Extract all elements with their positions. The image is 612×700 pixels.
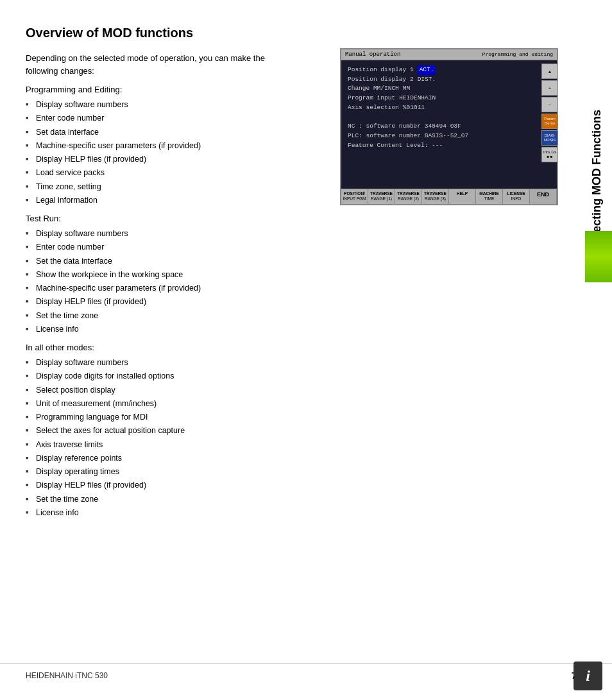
screen-info-line-0: NC : software number 340494 03F [348, 122, 550, 132]
screen-line-label-1: Position display 2 [348, 75, 414, 85]
list-item-0-6: Time zone, setting [26, 180, 346, 194]
footer: HEIDENHAIN iTNC 530 707 [0, 663, 612, 681]
list-item-0-5: Load service packs [26, 166, 346, 180]
screen-line-0: Position display 1ACT. [348, 65, 550, 75]
list-item-1-1: Enter code number [26, 241, 346, 254]
screen-info-line-1: PLC: software number BASIS--52_07 [348, 132, 550, 141]
list-item-1-6: Set the time zone [26, 309, 346, 323]
list-item-2-7: Display reference points [26, 452, 346, 465]
list-item-0-0: Display software numbers [26, 98, 346, 112]
section-heading-2: In all other modes: [26, 343, 346, 352]
bottom-btn-1[interactable]: TRAVERSERANGE (1) [368, 189, 395, 204]
rsb-arrow-up[interactable]: ▲ [541, 64, 558, 79]
screen-line-1: Position display 2DIST. [348, 75, 550, 85]
screen-body: Position display 1ACT.Position display 2… [341, 60, 557, 189]
intro-paragraph: Depending on the selected mode of operat… [26, 52, 346, 77]
bottom-buttons-row: POSITION/INPUT PGMTRAVERSERANGE (1)TRAVE… [341, 189, 557, 204]
tnc-screen: Manual operation Programming and editing… [340, 48, 558, 205]
bottom-btn-2[interactable]: TRAVERSERANGE (2) [395, 189, 422, 204]
list-item-2-10: Set the time zone [26, 493, 346, 506]
screen-line-label-2: Change MM/INCH [348, 84, 399, 94]
rsb-minus[interactable]: − [541, 97, 558, 112]
list-item-1-2: Set the data interface [26, 255, 346, 268]
bullet-list-2: Display software numbersDisplay code dig… [26, 356, 346, 520]
screen-line-label-4: Axis selection [348, 103, 399, 113]
screen-line-label-3: Program input [348, 94, 395, 103]
screen-line-4: Axis selection %01011 [348, 103, 550, 113]
list-item-0-3: Machine-specific user parameters (if pro… [26, 139, 346, 153]
list-item-2-6: Axis traverse limits [26, 438, 346, 452]
bullet-list-1: Display software numbersEnter code numbe… [26, 227, 346, 336]
list-item-1-4: Machine-specific user parameters (if pro… [26, 282, 346, 295]
info-icon: i [586, 667, 590, 685]
main-content: Overview of MOD functions Depending on t… [26, 26, 346, 526]
screen-lines: Position display 1ACT.Position display 2… [348, 65, 550, 113]
screen-line-value-3: HEIDENHAIN [399, 94, 436, 103]
list-item-2-0: Display software numbers [26, 356, 346, 370]
screen-line-value-0: ACT. [418, 65, 436, 75]
screen-header-left: Manual operation [345, 51, 400, 58]
rsb-plus[interactable]: + [541, 80, 558, 96]
screen-header-right: Programming and editing [482, 51, 553, 58]
screen-line-value-1: DIST. [418, 75, 436, 85]
bottom-btn-6[interactable]: LICENSEINFO [503, 189, 530, 204]
list-item-2-11: License info [26, 506, 346, 520]
list-item-1-5: Display HELP files (if provided) [26, 295, 346, 309]
green-tab [585, 231, 612, 282]
right-side-buttons: ▲ + − ParamDemo DIAG-NOSIS Info 1/3■ ■ [541, 64, 558, 162]
bullet-list-0: Display software numbersEnter code numbe… [26, 98, 346, 207]
rsb-info[interactable]: Info 1/3■ ■ [541, 147, 558, 162]
list-item-2-4: Programming language for MDI [26, 411, 346, 424]
screen-header: Manual operation Programming and editing [341, 49, 557, 60]
chapter-label: 13.1 Selecting MOD Functions [585, 0, 612, 385]
sections-container: Programming and Editing:Display software… [26, 85, 346, 520]
rsb-diag[interactable]: DIAG-NOSIS [541, 130, 558, 146]
screenshot-panel: Manual operation Programming and editing… [340, 48, 558, 205]
list-item-2-3: Unit of measurement (mm/inches) [26, 397, 346, 411]
screen-wrapper: Manual operation Programming and editing… [340, 48, 539, 205]
info-icon-box: i [574, 662, 602, 690]
list-item-0-1: Enter code number [26, 112, 346, 125]
section-heading-1: Test Run: [26, 214, 346, 223]
list-item-0-4: Display HELP files (if provided) [26, 153, 346, 166]
bottom-btn-5[interactable]: MACHINETIME [476, 189, 503, 204]
screen-line-label-0: Position display 1 [348, 65, 414, 75]
list-item-2-5: Select the axes for actual position capt… [26, 424, 346, 438]
list-item-2-8: Display operating times [26, 465, 346, 479]
page-title: Overview of MOD functions [26, 26, 346, 40]
list-item-1-0: Display software numbers [26, 227, 346, 241]
screen-line-3: Program input HEIDENHAIN [348, 94, 550, 103]
screen-info: NC : software number 340494 03FPLC: soft… [348, 122, 550, 150]
list-item-2-9: Display HELP files (if provided) [26, 479, 346, 492]
screen-line-value-4: %01011 [403, 103, 425, 113]
screen-line-value-2: MM [403, 84, 410, 94]
list-item-0-7: Legal information [26, 194, 346, 207]
chapter-text: 13.1 Selecting MOD Functions [585, 0, 612, 385]
bottom-btn-3[interactable]: TRAVERSERANGE (3) [422, 189, 449, 204]
list-item-2-2: Select position display [26, 384, 346, 397]
screen-info-line-2: Feature Content Level: --- [348, 141, 550, 151]
list-item-1-3: Show the workpiece in the working space [26, 268, 346, 282]
list-item-2-1: Display code digits for installed option… [26, 370, 346, 383]
list-item-1-7: License info [26, 323, 346, 336]
screen-line-2: Change MM/INCH MM [348, 84, 550, 94]
bottom-btn-4[interactable]: HELP [449, 189, 476, 204]
section-heading-0: Programming and Editing: [26, 85, 346, 94]
list-item-0-2: Set data interface [26, 126, 346, 139]
rsb-color[interactable]: ParamDemo [541, 114, 558, 129]
bottom-btn-7[interactable]: END [530, 189, 557, 204]
bottom-btn-0[interactable]: POSITION/INPUT PGM [341, 189, 368, 204]
footer-brand: HEIDENHAIN iTNC 530 [26, 671, 108, 680]
